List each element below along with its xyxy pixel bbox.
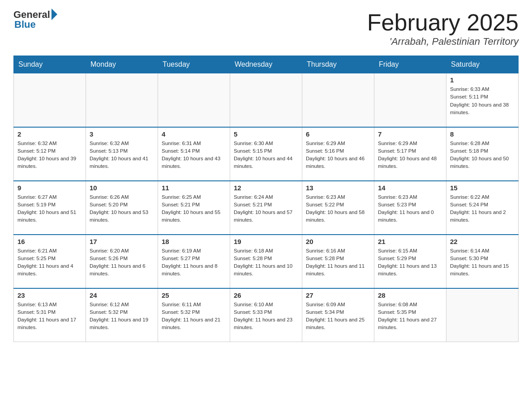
day-number: 26 [234, 291, 298, 299]
day-info: Sunrise: 6:20 AMSunset: 5:26 PMDaylight:… [90, 247, 154, 278]
day-number: 19 [234, 238, 298, 245]
calendar-cell: 21Sunrise: 6:15 AMSunset: 5:29 PMDayligh… [374, 235, 446, 288]
calendar-cell: 17Sunrise: 6:20 AMSunset: 5:26 PMDayligh… [86, 235, 158, 288]
day-number: 22 [450, 238, 515, 245]
day-info: Sunrise: 6:29 AMSunset: 5:16 PMDaylight:… [306, 140, 370, 171]
calendar-cell: 28Sunrise: 6:08 AMSunset: 5:35 PMDayligh… [374, 288, 446, 342]
col-header-friday: Friday [374, 56, 446, 73]
day-number: 6 [306, 130, 370, 138]
calendar-cell: 11Sunrise: 6:25 AMSunset: 5:21 PMDayligh… [158, 181, 230, 235]
day-info: Sunrise: 6:22 AMSunset: 5:24 PMDaylight:… [450, 193, 515, 224]
calendar-cell [158, 73, 230, 127]
day-number: 23 [17, 291, 82, 299]
day-info: Sunrise: 6:18 AMSunset: 5:28 PMDaylight:… [234, 247, 298, 278]
calendar-table: SundayMondayTuesdayWednesdayThursdayFrid… [13, 56, 519, 342]
calendar-cell: 25Sunrise: 6:11 AMSunset: 5:32 PMDayligh… [158, 288, 230, 342]
calendar-cell: 23Sunrise: 6:13 AMSunset: 5:31 PMDayligh… [14, 288, 86, 342]
day-info: Sunrise: 6:13 AMSunset: 5:31 PMDaylight:… [17, 301, 82, 332]
calendar-cell: 26Sunrise: 6:10 AMSunset: 5:33 PMDayligh… [230, 288, 302, 342]
calendar-cell: 5Sunrise: 6:30 AMSunset: 5:15 PMDaylight… [230, 127, 302, 181]
calendar-cell: 19Sunrise: 6:18 AMSunset: 5:28 PMDayligh… [230, 235, 302, 288]
day-info: Sunrise: 6:32 AMSunset: 5:13 PMDaylight:… [90, 140, 154, 171]
logo: General Blue [13, 9, 57, 30]
calendar-cell: 3Sunrise: 6:32 AMSunset: 5:13 PMDaylight… [86, 127, 158, 181]
day-number: 20 [306, 238, 370, 245]
day-number: 14 [378, 184, 442, 192]
calendar-cell: 10Sunrise: 6:26 AMSunset: 5:20 PMDayligh… [86, 181, 158, 235]
day-info: Sunrise: 6:26 AMSunset: 5:20 PMDaylight:… [90, 193, 154, 224]
calendar-cell: 9Sunrise: 6:27 AMSunset: 5:19 PMDaylight… [14, 181, 86, 235]
calendar-cell [374, 73, 446, 127]
logo-arrow-icon [51, 9, 57, 20]
day-info: Sunrise: 6:15 AMSunset: 5:29 PMDaylight:… [378, 247, 442, 278]
calendar-cell: 20Sunrise: 6:16 AMSunset: 5:28 PMDayligh… [302, 235, 374, 288]
day-number: 9 [17, 184, 82, 192]
col-header-saturday: Saturday [446, 56, 519, 73]
month-year-title: February 2025 [367, 9, 519, 36]
day-number: 3 [90, 130, 154, 138]
calendar-cell: 27Sunrise: 6:09 AMSunset: 5:34 PMDayligh… [302, 288, 374, 342]
calendar-cell: 18Sunrise: 6:19 AMSunset: 5:27 PMDayligh… [158, 235, 230, 288]
col-header-thursday: Thursday [302, 56, 374, 73]
calendar-cell [446, 288, 519, 342]
week-row-2: 2Sunrise: 6:32 AMSunset: 5:12 PMDaylight… [14, 127, 519, 181]
calendar-cell: 7Sunrise: 6:29 AMSunset: 5:17 PMDaylight… [374, 127, 446, 181]
day-info: Sunrise: 6:14 AMSunset: 5:30 PMDaylight:… [450, 247, 515, 278]
title-block: February 2025 'Arrabah, Palestinian Terr… [367, 9, 519, 47]
day-number: 21 [378, 238, 442, 245]
week-row-1: 1Sunrise: 6:33 AMSunset: 5:11 PMDaylight… [14, 73, 519, 127]
day-number: 18 [162, 238, 226, 245]
day-number: 12 [234, 184, 298, 192]
day-info: Sunrise: 6:29 AMSunset: 5:17 PMDaylight:… [378, 140, 442, 171]
calendar-cell [302, 73, 374, 127]
day-number: 1 [450, 76, 515, 84]
day-info: Sunrise: 6:23 AMSunset: 5:23 PMDaylight:… [378, 193, 442, 224]
day-info: Sunrise: 6:10 AMSunset: 5:33 PMDaylight:… [234, 301, 298, 332]
col-header-tuesday: Tuesday [158, 56, 230, 73]
day-number: 7 [378, 130, 442, 138]
week-row-5: 23Sunrise: 6:13 AMSunset: 5:31 PMDayligh… [14, 288, 519, 342]
col-header-wednesday: Wednesday [230, 56, 302, 73]
day-info: Sunrise: 6:19 AMSunset: 5:27 PMDaylight:… [162, 247, 226, 278]
day-number: 17 [90, 238, 154, 245]
calendar-cell: 2Sunrise: 6:32 AMSunset: 5:12 PMDaylight… [14, 127, 86, 181]
day-number: 2 [17, 130, 82, 138]
day-number: 10 [90, 184, 154, 192]
col-header-monday: Monday [86, 56, 158, 73]
week-row-3: 9Sunrise: 6:27 AMSunset: 5:19 PMDaylight… [14, 181, 519, 235]
day-info: Sunrise: 6:31 AMSunset: 5:14 PMDaylight:… [162, 140, 226, 171]
calendar-cell: 6Sunrise: 6:29 AMSunset: 5:16 PMDaylight… [302, 127, 374, 181]
logo-blue-text: Blue [14, 19, 36, 30]
day-info: Sunrise: 6:08 AMSunset: 5:35 PMDaylight:… [378, 301, 442, 332]
day-number: 11 [162, 184, 226, 192]
day-info: Sunrise: 6:25 AMSunset: 5:21 PMDaylight:… [162, 193, 226, 224]
page-header: General Blue February 2025 'Arrabah, Pal… [13, 9, 519, 47]
calendar-cell [14, 73, 86, 127]
calendar-cell: 24Sunrise: 6:12 AMSunset: 5:32 PMDayligh… [86, 288, 158, 342]
calendar-cell: 22Sunrise: 6:14 AMSunset: 5:30 PMDayligh… [446, 235, 519, 288]
day-info: Sunrise: 6:24 AMSunset: 5:21 PMDaylight:… [234, 193, 298, 224]
calendar-cell [86, 73, 158, 127]
calendar-cell: 4Sunrise: 6:31 AMSunset: 5:14 PMDaylight… [158, 127, 230, 181]
day-number: 24 [90, 291, 154, 299]
day-info: Sunrise: 6:21 AMSunset: 5:25 PMDaylight:… [17, 247, 82, 278]
calendar-cell: 12Sunrise: 6:24 AMSunset: 5:21 PMDayligh… [230, 181, 302, 235]
day-info: Sunrise: 6:32 AMSunset: 5:12 PMDaylight:… [17, 140, 82, 171]
header-row: SundayMondayTuesdayWednesdayThursdayFrid… [14, 56, 519, 73]
calendar-cell: 8Sunrise: 6:28 AMSunset: 5:18 PMDaylight… [446, 127, 519, 181]
day-number: 8 [450, 130, 515, 138]
day-number: 25 [162, 291, 226, 299]
day-info: Sunrise: 6:16 AMSunset: 5:28 PMDaylight:… [306, 247, 370, 278]
day-info: Sunrise: 6:12 AMSunset: 5:32 PMDaylight:… [90, 301, 154, 332]
day-info: Sunrise: 6:28 AMSunset: 5:18 PMDaylight:… [450, 140, 515, 171]
calendar-cell [230, 73, 302, 127]
day-number: 13 [306, 184, 370, 192]
calendar-cell: 14Sunrise: 6:23 AMSunset: 5:23 PMDayligh… [374, 181, 446, 235]
day-number: 16 [17, 238, 82, 245]
day-number: 4 [162, 130, 226, 138]
day-info: Sunrise: 6:33 AMSunset: 5:11 PMDaylight:… [450, 86, 515, 116]
day-info: Sunrise: 6:09 AMSunset: 5:34 PMDaylight:… [306, 301, 370, 332]
calendar-cell: 13Sunrise: 6:23 AMSunset: 5:22 PMDayligh… [302, 181, 374, 235]
location-title: 'Arrabah, Palestinian Territory [367, 36, 519, 47]
day-info: Sunrise: 6:30 AMSunset: 5:15 PMDaylight:… [234, 140, 298, 171]
